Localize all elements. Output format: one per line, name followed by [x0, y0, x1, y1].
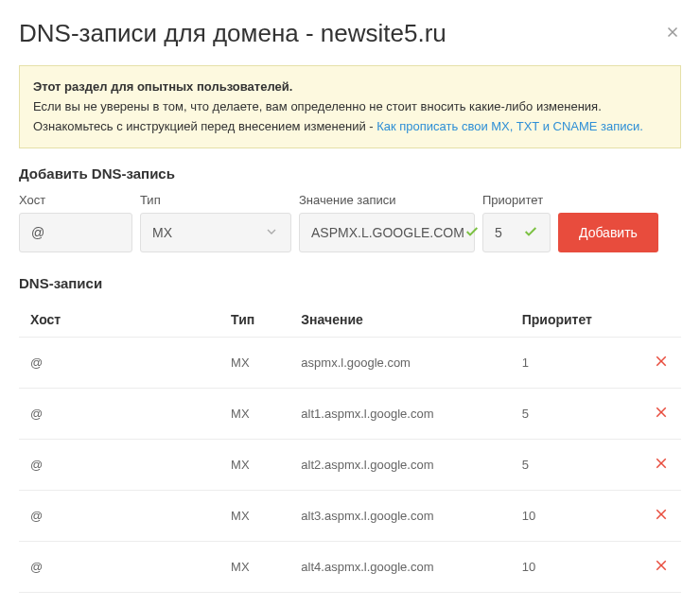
type-label: Тип [140, 193, 291, 207]
cell-type: MX [219, 338, 289, 389]
warning-link[interactable]: Как прописать свои MX, TXT и CNAME запис… [376, 119, 643, 133]
warning-line3-prefix: Ознакомьтесь с инструкцией перед внесени… [33, 119, 376, 133]
priority-label: Приоритет [482, 193, 551, 207]
cell-priority: 10 [511, 542, 631, 593]
delete-icon[interactable] [653, 557, 670, 577]
add-record-form: Хост @ Тип MX Значение записи ASPMX.L.GO… [19, 193, 681, 252]
table-row: @MXalt2.aspmx.l.google.com5 [19, 440, 681, 491]
delete-icon[interactable] [653, 353, 670, 373]
col-header-type: Тип [219, 303, 289, 338]
priority-input[interactable]: 5 [482, 213, 551, 252]
table-row: @MXalt1.aspmx.l.google.com5 [19, 389, 681, 440]
records-table: Хост Тип Значение Приоритет @MXaspmx.l.g… [19, 303, 681, 593]
warning-line2: Если вы не уверены в том, что делаете, в… [33, 97, 667, 117]
cell-value: aspmx.l.google.com [289, 338, 510, 389]
col-header-priority: Приоритет [511, 303, 631, 338]
cell-value: alt4.aspmx.l.google.com [289, 542, 510, 593]
col-header-value: Значение [289, 303, 510, 338]
records-title: DNS-записи [19, 275, 681, 291]
check-icon [464, 224, 480, 242]
close-icon[interactable] [664, 24, 681, 44]
value-input[interactable]: ASPMX.L.GOOGLE.COM [299, 213, 475, 252]
col-header-host: Хост [19, 303, 219, 338]
cell-host: @ [19, 338, 219, 389]
delete-icon[interactable] [653, 455, 670, 475]
check-icon [523, 224, 538, 242]
value-label: Значение записи [299, 193, 475, 207]
cell-value: alt2.aspmx.l.google.com [289, 440, 510, 491]
warning-notice: Этот раздел для опытных пользователей. Е… [19, 65, 681, 148]
cell-type: MX [219, 491, 289, 542]
cell-host: @ [19, 440, 219, 491]
cell-priority: 5 [511, 440, 631, 491]
host-input[interactable]: @ [19, 213, 132, 252]
cell-type: MX [219, 389, 289, 440]
host-label: Хост [19, 193, 132, 207]
cell-host: @ [19, 542, 219, 593]
cell-value: alt3.aspmx.l.google.com [289, 491, 510, 542]
cell-type: MX [219, 440, 289, 491]
cell-priority: 10 [511, 491, 631, 542]
cell-priority: 1 [511, 338, 631, 389]
table-row: @MXaspmx.l.google.com1 [19, 338, 681, 389]
cell-priority: 5 [511, 389, 631, 440]
cell-type: MX [219, 542, 289, 593]
delete-icon[interactable] [653, 404, 670, 424]
table-row: @MXalt3.aspmx.l.google.com10 [19, 491, 681, 542]
type-select[interactable]: MX [140, 213, 291, 252]
cell-host: @ [19, 491, 219, 542]
cell-value: alt1.aspmx.l.google.com [289, 389, 510, 440]
warning-line1: Этот раздел для опытных пользователей. [33, 78, 667, 97]
cell-host: @ [19, 389, 219, 440]
add-record-title: Добавить DNS-запись [19, 165, 681, 182]
page-title: DNS-записи для домена - newsite5.ru [19, 19, 446, 48]
delete-icon[interactable] [653, 506, 670, 526]
add-button[interactable]: Добавить [558, 213, 658, 252]
chevron-down-icon [264, 224, 279, 242]
table-row: @MXalt4.aspmx.l.google.com10 [19, 542, 681, 593]
